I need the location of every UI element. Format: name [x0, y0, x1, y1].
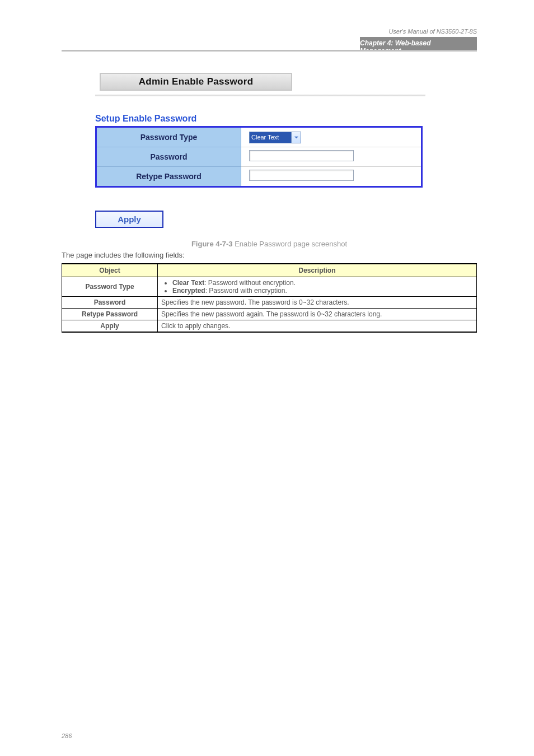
row-retype-password: Retype Password: [96, 167, 422, 187]
th-object: Object: [62, 264, 158, 277]
header-underline: [62, 50, 477, 52]
chapter-title: Chapter 4: Web-based Management: [360, 39, 472, 55]
field-password: [241, 147, 422, 167]
bullet-bold: Encrypted: [172, 287, 205, 295]
form-table: Password Type Clear Text Password: [95, 126, 423, 188]
label-password: Password: [96, 147, 241, 167]
table-row: Apply Click to apply changes.: [62, 320, 477, 333]
th-description: Description: [158, 264, 477, 277]
page: User's Manual of NS3550-2T-8S Chapter 4:…: [0, 0, 534, 756]
label-retype-password: Retype Password: [96, 167, 241, 187]
cell-object: Apply: [62, 320, 158, 333]
figure-number: Figure 4-7-3: [191, 240, 235, 248]
row-password: Password: [96, 147, 422, 167]
bullet-item: Encrypted: Password with encryption.: [172, 287, 473, 295]
password-type-select[interactable]: Clear Text: [249, 132, 301, 143]
cell-object: Password: [62, 297, 158, 309]
bullet-rest: : Password without encryption.: [204, 279, 296, 287]
page-number: 286: [62, 732, 72, 739]
row-password-type: Password Type Clear Text: [96, 127, 422, 147]
table-row: Password Specifies the new password. The…: [62, 297, 477, 309]
bullet-bold: Clear Text: [172, 279, 204, 287]
panel-title: Admin Enable Password: [100, 73, 292, 91]
manual-title: User's Manual of NS3550-2T-8S: [360, 28, 477, 35]
cell-object: Retype Password: [62, 309, 158, 320]
table-header-row: Object Description: [62, 264, 477, 277]
cell-description: Specifies the new password again. The pa…: [158, 309, 477, 320]
chevron-down-icon: [291, 132, 301, 143]
password-input[interactable]: [249, 150, 354, 161]
table-row: Password Type Clear Text: Password witho…: [62, 277, 477, 297]
cell-object: Password Type: [62, 277, 158, 297]
figure-caption-text: Enable Password page screenshot: [235, 240, 347, 248]
cell-description: Specifies the new password. The password…: [158, 297, 477, 309]
figure-admin-enable-password: Admin Enable Password Setup Enable Passw…: [94, 69, 427, 231]
bullet-rest: : Password with encryption.: [205, 287, 287, 295]
retype-password-input[interactable]: [249, 170, 354, 181]
panel-divider: [95, 95, 425, 96]
field-retype-password: [241, 167, 422, 187]
object-description-table: Object Description Password Type Clear T…: [62, 263, 477, 333]
apply-button[interactable]: Apply: [95, 211, 163, 228]
table-row: Retype Password Specifies the new passwo…: [62, 309, 477, 320]
intro-paragraph: The page includes the following fields:: [62, 251, 477, 259]
field-password-type: Clear Text: [241, 127, 422, 147]
cell-description: Click to apply changes.: [158, 320, 477, 333]
bullet-item: Clear Text: Password without encryption.: [172, 279, 473, 287]
label-password-type: Password Type: [96, 127, 241, 147]
cell-description: Clear Text: Password without encryption.…: [158, 277, 477, 297]
figure-caption: Figure 4-7-3 Enable Password page screen…: [62, 240, 477, 248]
password-type-value: Clear Text: [250, 132, 291, 143]
section-title: Setup Enable Password: [95, 114, 196, 124]
